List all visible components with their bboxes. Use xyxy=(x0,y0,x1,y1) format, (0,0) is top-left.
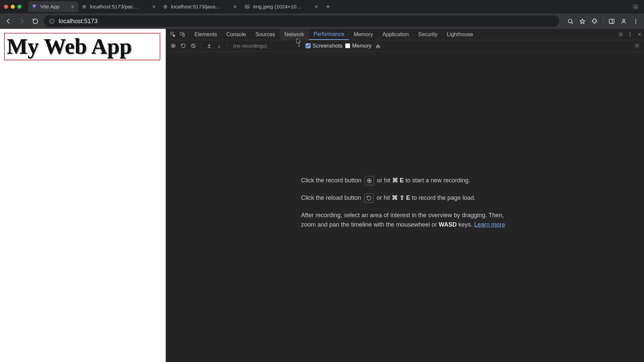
memory-checkbox[interactable]: Memory xyxy=(345,43,372,49)
info-icon xyxy=(49,18,55,24)
bookmark-icon[interactable] xyxy=(577,16,587,26)
svg-point-25 xyxy=(368,180,370,181)
page-heading: My Web App xyxy=(7,34,158,59)
performance-empty-state: Click the record button or hit ⌘ E to st… xyxy=(301,176,509,238)
browser-tab[interactable]: localhost:5173/javascript.svg ✕ xyxy=(160,1,240,12)
hint-text: to record the page load. xyxy=(410,194,476,201)
hint-text: to start a new recording. xyxy=(404,177,470,184)
tab-console[interactable]: Console xyxy=(222,29,251,40)
hint-bold: WASD xyxy=(439,221,457,228)
svg-point-17 xyxy=(630,32,631,33)
tab-performance[interactable]: Performance xyxy=(309,29,349,40)
svg-point-10 xyxy=(635,19,636,20)
url-text: localhost:5173 xyxy=(59,18,98,25)
zoom-icon[interactable] xyxy=(565,16,575,26)
svg-point-12 xyxy=(635,22,636,23)
tab-application[interactable]: Application xyxy=(378,29,413,40)
back-button[interactable] xyxy=(3,16,13,26)
close-icon[interactable]: ✕ xyxy=(152,4,156,9)
close-icon[interactable]: ✕ xyxy=(71,4,75,9)
window-min-icon[interactable] xyxy=(11,5,15,9)
panel-settings-icon[interactable] xyxy=(633,42,641,50)
divider xyxy=(188,31,189,38)
reload-icon xyxy=(364,193,374,203)
svg-point-7 xyxy=(568,19,572,23)
tab-elements[interactable]: Elements xyxy=(190,29,222,40)
profile-icon[interactable] xyxy=(619,16,629,26)
svg-point-9 xyxy=(623,19,625,21)
vite-icon xyxy=(32,4,37,9)
browser-tab[interactable]: Vite App ✕ xyxy=(28,1,78,12)
close-icon[interactable]: ✕ xyxy=(233,4,237,9)
menu-icon[interactable] xyxy=(631,16,641,26)
tabs-menu-button[interactable]: ⌄ xyxy=(633,4,639,10)
tab-title: Vite App xyxy=(40,4,59,10)
hint-shortcut: ⌘ E xyxy=(392,177,404,184)
page-viewport[interactable]: My Web App xyxy=(0,29,166,362)
browser-tab[interactable]: img.jpeg (1024×1024) ✕ xyxy=(241,1,322,12)
upload-icon[interactable] xyxy=(205,42,213,50)
svg-point-18 xyxy=(630,34,631,35)
svg-point-23 xyxy=(636,45,638,46)
tab-network[interactable]: Network xyxy=(280,29,309,40)
window-close-icon[interactable] xyxy=(4,5,8,9)
divider xyxy=(227,43,227,49)
record-icon[interactable] xyxy=(169,42,177,50)
learn-more-link[interactable]: Learn more xyxy=(474,221,505,228)
svg-point-16 xyxy=(620,34,621,35)
memory-label: Memory xyxy=(352,43,372,49)
divider xyxy=(201,43,201,49)
close-icon[interactable]: ✕ xyxy=(314,4,318,9)
reload-profile-icon[interactable] xyxy=(179,42,187,50)
globe-icon xyxy=(163,4,167,9)
garbage-collect-icon[interactable] xyxy=(374,42,382,50)
tab-lighthouse[interactable]: Lighthouse xyxy=(442,29,478,40)
svg-rect-8 xyxy=(609,19,614,23)
sidepanel-icon[interactable] xyxy=(606,16,616,26)
device-toggle-icon[interactable] xyxy=(177,29,187,40)
tab-title: localhost:5173/package.json xyxy=(90,4,141,10)
screenshots-checkbox-input[interactable] xyxy=(306,43,311,48)
recordings-placeholder: (no recordings) xyxy=(233,43,267,49)
svg-point-5 xyxy=(246,6,247,7)
tab-title: img.jpeg (1024×1024) xyxy=(253,4,303,10)
svg-point-21 xyxy=(172,45,174,47)
address-bar[interactable]: localhost:5173 xyxy=(44,15,559,27)
memory-checkbox-input[interactable] xyxy=(345,43,350,48)
screenshots-label: Screenshots xyxy=(313,43,342,49)
recordings-dropdown[interactable]: (no recordings) ▼ xyxy=(231,43,303,49)
divider xyxy=(603,16,603,23)
close-devtools-icon[interactable] xyxy=(635,29,644,40)
hint-text: Click the reload button xyxy=(301,194,361,201)
kebab-icon[interactable] xyxy=(625,29,635,40)
tab-memory[interactable]: Memory xyxy=(349,29,378,40)
hint-text: Click the record button xyxy=(301,177,362,184)
extensions-icon[interactable] xyxy=(589,16,599,26)
hint-text: or hit xyxy=(377,177,392,184)
heading-highlight: My Web App xyxy=(4,33,160,60)
download-icon[interactable] xyxy=(215,42,223,50)
svg-rect-13 xyxy=(171,32,173,35)
hint-text: keys. xyxy=(457,221,474,228)
browser-tab[interactable]: localhost:5173/package.json ✕ xyxy=(79,1,159,12)
forward-button[interactable] xyxy=(17,16,27,26)
image-icon xyxy=(245,4,250,9)
svg-point-19 xyxy=(630,36,631,37)
hint-text: or hit xyxy=(377,194,392,201)
window-max-icon[interactable] xyxy=(17,5,21,9)
clear-icon[interactable] xyxy=(190,42,197,50)
svg-point-11 xyxy=(635,20,636,21)
tab-security[interactable]: Security xyxy=(413,29,442,40)
tab-sources[interactable]: Sources xyxy=(251,29,280,40)
record-icon xyxy=(365,176,374,185)
tab-title: localhost:5173/javascript.svg xyxy=(171,4,222,10)
reload-button[interactable] xyxy=(30,16,40,26)
screenshots-checkbox[interactable]: Screenshots xyxy=(306,43,342,49)
hint-shortcut: ⌘ ⇧ E xyxy=(392,194,410,201)
inspect-icon[interactable] xyxy=(168,29,177,40)
new-tab-button[interactable]: + xyxy=(322,2,333,11)
gear-icon[interactable] xyxy=(616,29,625,40)
globe-icon xyxy=(82,4,86,9)
